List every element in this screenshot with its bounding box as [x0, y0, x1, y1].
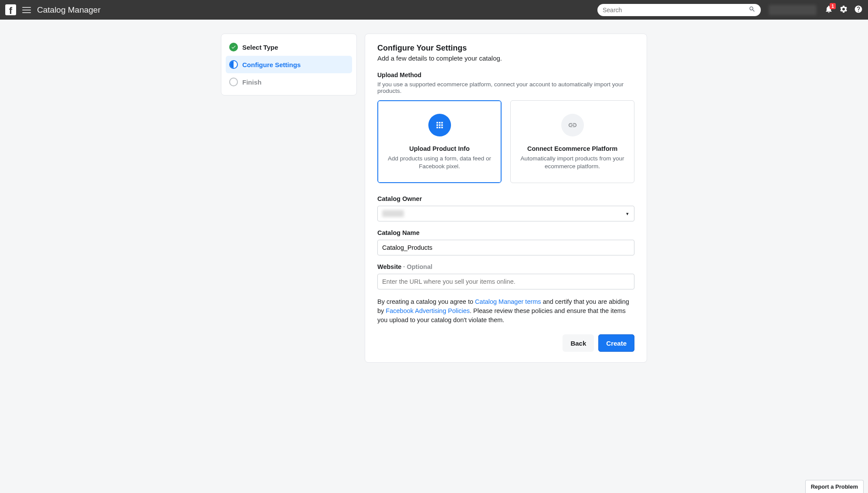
hamburger-menu-icon[interactable] — [22, 7, 31, 13]
search-input[interactable] — [603, 7, 749, 14]
help-icon[interactable] — [854, 5, 863, 15]
catalog-manager-terms-link[interactable]: Catalog Manager terms — [475, 298, 541, 305]
content-area: Select Type Configure Settings Finish Co… — [0, 20, 868, 380]
notifications-badge: 1 — [830, 3, 836, 9]
advertising-policies-link[interactable]: Facebook Advertising Policies — [386, 307, 470, 314]
step-select-type[interactable]: Select Type — [226, 38, 352, 56]
upload-method-label: Upload Method — [377, 71, 634, 78]
catalog-name-input[interactable] — [382, 240, 630, 255]
step-label: Select Type — [242, 44, 278, 51]
card-connect-ecommerce[interactable]: Connect Ecommerce Platform Automatically… — [510, 100, 634, 183]
website-input[interactable] — [382, 274, 630, 289]
upload-method-help: If you use a supported ecommerce platfor… — [377, 81, 634, 94]
steps-sidebar: Select Type Configure Settings Finish — [221, 34, 357, 95]
catalog-name-field: Catalog Name — [377, 229, 634, 255]
facebook-logo-icon[interactable]: f — [5, 4, 16, 15]
card-upload-product-info[interactable]: Upload Product Info Add products using a… — [377, 100, 502, 183]
create-button[interactable]: Create — [598, 334, 634, 352]
step-configure-settings[interactable]: Configure Settings — [226, 56, 352, 73]
terms-text: By creating a catalog you agree to Catal… — [377, 297, 634, 325]
catalog-name-label: Catalog Name — [377, 229, 634, 236]
footer-buttons: Back Create — [377, 334, 634, 352]
website-field: Website · Optional — [377, 263, 634, 289]
website-label-text: Website — [377, 263, 401, 270]
website-label: Website · Optional — [377, 263, 634, 270]
catalog-owner-field: Catalog Owner ▾ — [377, 195, 634, 221]
card-desc: Add products using a form, data feed or … — [387, 155, 492, 170]
topbar: f Catalog Manager 1 — [0, 0, 868, 20]
step-label: Finish — [242, 78, 261, 86]
check-circle-icon — [229, 43, 238, 51]
page-subtitle: Add a few details to complete your catal… — [377, 54, 634, 62]
search-icon — [749, 6, 756, 14]
back-button[interactable]: Back — [563, 334, 594, 352]
catalog-owner-value — [382, 210, 404, 217]
app-title: Catalog Manager — [37, 5, 101, 15]
settings-gear-icon[interactable] — [839, 5, 848, 15]
upload-method-cards: Upload Product Info Add products using a… — [377, 100, 634, 183]
website-optional: · Optional — [401, 263, 432, 270]
catalog-owner-select[interactable]: ▾ — [377, 206, 634, 221]
empty-circle-icon — [229, 78, 238, 86]
search-box[interactable] — [597, 4, 761, 16]
card-title: Upload Product Info — [409, 145, 470, 152]
notifications-icon[interactable]: 1 — [824, 5, 833, 15]
card-desc: Automatically import products from your … — [519, 155, 625, 170]
link-icon — [561, 114, 584, 136]
half-circle-icon — [229, 60, 238, 69]
chevron-down-icon: ▾ — [626, 211, 629, 217]
grid-icon — [428, 114, 451, 136]
catalog-owner-label: Catalog Owner — [377, 195, 634, 202]
user-menu[interactable] — [769, 5, 817, 15]
card-title: Connect Ecommerce Platform — [527, 145, 617, 152]
step-label: Configure Settings — [242, 61, 301, 68]
step-finish[interactable]: Finish — [226, 73, 352, 91]
page-title: Configure Your Settings — [377, 44, 634, 53]
main-panel: Configure Your Settings Add a few detail… — [365, 34, 647, 363]
